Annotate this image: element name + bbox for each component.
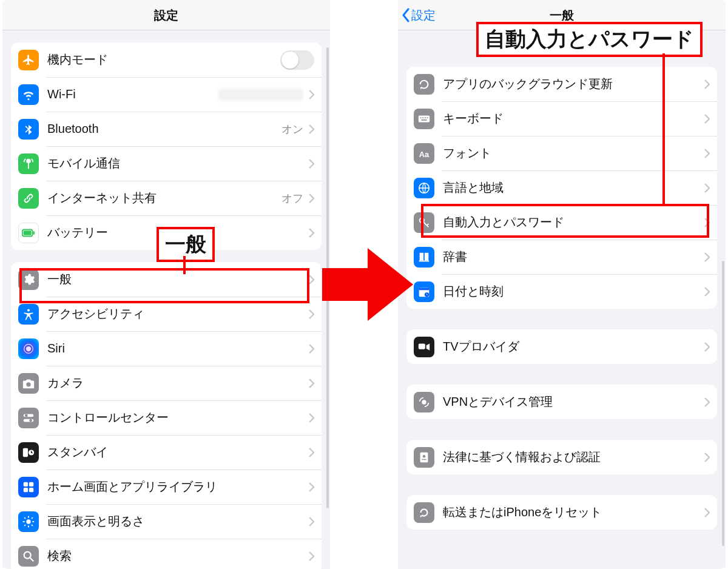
fonts-icon: Aa	[414, 143, 434, 164]
camera-icon	[18, 373, 39, 394]
row-search[interactable]: 検索	[11, 539, 322, 569]
row-general[interactable]: 一般	[11, 262, 322, 297]
settings-screen: 設定 機内モードWi-FiBluetoothオンモバイル通信インターネット共有オ…	[2, 0, 330, 569]
row-label-siri: Siri	[47, 342, 65, 355]
row-label-reset: 転送またはiPhoneをリセット	[443, 504, 602, 520]
row-camera[interactable]: カメラ	[11, 366, 322, 400]
chevron-right-icon	[704, 218, 710, 227]
row-standby[interactable]: スタンバイ	[11, 435, 322, 470]
chevron-right-icon	[308, 159, 314, 169]
cellular-icon	[18, 153, 39, 174]
chevron-right-icon	[704, 453, 710, 462]
settings-group-general: 一般アクセシビリティSiriカメラコントロールセンタースタンバイホーム画面とアプ…	[11, 262, 322, 569]
reset-icon	[414, 502, 434, 523]
left-title: 設定	[2, 7, 330, 24]
standby-icon	[18, 442, 39, 463]
row-value-wifi	[218, 89, 303, 101]
row-airplane[interactable]: 機内モード	[11, 42, 322, 77]
right-title: 一般	[398, 7, 726, 24]
row-label-hotspot: インターネット共有	[47, 190, 157, 206]
row-bgrefresh[interactable]: アプリのバックグラウンド更新	[406, 67, 717, 101]
chevron-right-icon	[308, 517, 314, 527]
general-group-tv: TVプロバイダ	[406, 329, 717, 364]
svg-rect-10	[23, 448, 28, 457]
autofill-icon	[414, 212, 434, 233]
general-group-reset: 転送またはiPhoneをリセット	[406, 495, 717, 530]
chevron-right-icon	[308, 551, 314, 561]
row-fonts[interactable]: Aaフォント	[406, 136, 717, 170]
chevron-right-icon	[704, 183, 710, 193]
row-hotspot[interactable]: インターネット共有オフ	[11, 181, 322, 215]
chevron-right-icon	[704, 149, 710, 158]
row-label-accessibility: アクセシビリティ	[47, 306, 144, 322]
row-keyboard[interactable]: キーボード	[406, 101, 717, 136]
row-label-general: 一般	[47, 271, 72, 288]
scrollbar[interactable]	[722, 261, 724, 546]
chevron-right-icon	[308, 448, 314, 457]
bgrefresh-icon	[414, 74, 434, 95]
general-icon	[18, 269, 39, 290]
row-autofill[interactable]: 自動入力とパスワード	[406, 205, 717, 240]
chevron-right-icon	[308, 124, 314, 134]
row-label-standby: スタンバイ	[47, 444, 108, 460]
row-siri[interactable]: Siri	[11, 331, 322, 366]
svg-point-3	[27, 309, 30, 311]
row-label-battery: バッテリー	[47, 224, 108, 241]
chevron-right-icon	[704, 287, 710, 297]
svg-rect-15	[29, 487, 33, 491]
chevron-right-icon	[704, 342, 710, 352]
instruction-arrow	[322, 245, 413, 324]
svg-rect-31	[419, 343, 425, 349]
homescreen-icon	[18, 477, 39, 497]
row-wifi[interactable]: Wi-Fi	[11, 77, 322, 112]
row-label-cellular: モバイル通信	[47, 155, 120, 172]
row-label-datetime: 日付と時刻	[443, 283, 504, 300]
row-bluetooth[interactable]: Bluetoothオン	[11, 112, 322, 146]
row-vpn[interactable]: VPNとデバイス管理	[406, 385, 717, 419]
row-label-camera: カメラ	[47, 375, 84, 391]
row-controlcenter[interactable]: コントロールセンター	[11, 400, 322, 435]
display-icon	[18, 511, 39, 532]
row-label-bgrefresh: アプリのバックグラウンド更新	[443, 76, 613, 92]
toggle-airplane[interactable]	[280, 50, 314, 70]
svg-point-33	[423, 454, 426, 457]
svg-rect-1	[24, 231, 32, 235]
row-reset[interactable]: 転送またはiPhoneをリセット	[406, 495, 717, 530]
siri-icon	[18, 338, 39, 359]
svg-rect-19	[420, 117, 422, 118]
row-tvprovider[interactable]: TVプロバイダ	[406, 329, 717, 364]
chevron-right-icon	[704, 508, 710, 517]
row-homescreen[interactable]: ホーム画面とアプリライブラリ	[11, 470, 322, 504]
row-label-langregion: 言語と地域	[443, 180, 504, 196]
chevron-right-icon	[308, 309, 314, 319]
general-group-vpn: VPNとデバイス管理	[406, 385, 717, 419]
airplane-icon	[18, 50, 39, 70]
row-accessibility[interactable]: アクセシビリティ	[11, 297, 322, 331]
row-legal[interactable]: 法律に基づく情報および認証	[406, 440, 717, 474]
langregion-icon	[414, 178, 434, 198]
chevron-right-icon	[308, 194, 314, 203]
chevron-right-icon	[308, 90, 314, 99]
chevron-right-icon	[704, 79, 710, 89]
dictionary-icon	[414, 247, 434, 268]
svg-point-5	[26, 346, 31, 351]
wifi-icon	[18, 84, 39, 105]
row-label-legal: 法律に基づく情報および認証	[443, 449, 601, 465]
row-datetime[interactable]: 日付と時刻	[406, 274, 717, 309]
svg-rect-14	[24, 487, 28, 491]
svg-rect-34	[422, 459, 426, 459]
svg-rect-13	[29, 482, 33, 486]
chevron-right-icon	[704, 252, 710, 262]
row-value-bluetooth: オン	[281, 122, 303, 136]
row-dictionary[interactable]: 辞書	[406, 240, 717, 274]
datetime-icon	[414, 281, 434, 302]
general-group-legal: 法律に基づく情報および認証	[406, 440, 717, 474]
chevron-right-icon	[308, 379, 314, 388]
row-display[interactable]: 画面表示と明るさ	[11, 504, 322, 539]
svg-rect-2	[33, 231, 35, 235]
row-label-keyboard: キーボード	[443, 110, 504, 127]
row-label-controlcenter: コントロールセンター	[47, 409, 169, 426]
row-langregion[interactable]: 言語と地域	[406, 170, 717, 205]
row-cellular[interactable]: モバイル通信	[11, 146, 322, 181]
battery-icon	[18, 223, 39, 243]
